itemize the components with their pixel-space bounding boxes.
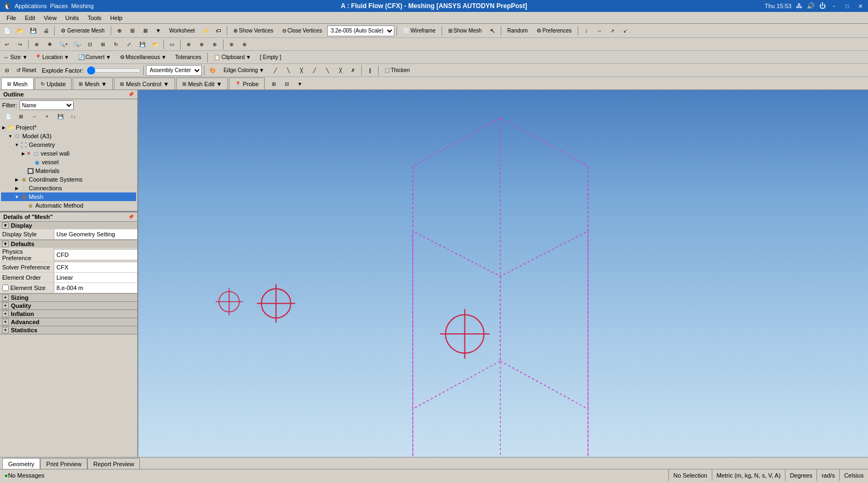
view-btn-3[interactable]: ↗: [607, 25, 618, 37]
wireframe-button[interactable]: ⬜ Wireframe: [399, 25, 439, 37]
statistics-collapse-icon[interactable]: +: [2, 327, 9, 333]
toolbar-btn-4[interactable]: 🖨: [40, 25, 52, 37]
menu-help[interactable]: Help: [106, 14, 127, 22]
display-collapse-icon[interactable]: ▼: [2, 222, 9, 229]
explode-slider[interactable]: [87, 67, 141, 74]
edge-coloring-icon-btn[interactable]: 🎨: [207, 65, 219, 76]
tree-item-vessel-wall[interactable]: ▶ ✕ ⬡ vessel wall: [1, 149, 136, 158]
expand-coord[interactable]: ▶: [14, 177, 20, 182]
cursor-btn[interactable]: ↖: [487, 25, 499, 37]
bottom-tab-report-preview[interactable]: Report Preview: [87, 458, 140, 469]
outline-tool-1[interactable]: 📄: [2, 112, 14, 121]
empty-button[interactable]: [ Empty ]: [256, 51, 285, 63]
tree-item-connections[interactable]: ▶ ⋮ Connections: [1, 184, 136, 192]
miscellaneous-button[interactable]: ⚙ Miscellaneous ▼: [116, 51, 170, 63]
menu-tools[interactable]: Tools: [83, 14, 106, 22]
location-button[interactable]: 📍 Location ▼: [31, 51, 73, 63]
bottom-tab-print-preview[interactable]: Print Preview: [40, 458, 87, 469]
menu-view[interactable]: View: [40, 14, 61, 22]
clipboard-button[interactable]: 📋 Clipboard ▼: [210, 51, 255, 63]
edge-tool-6[interactable]: ╳: [334, 65, 346, 76]
r2-btn-2[interactable]: ⊕: [196, 38, 208, 50]
applications-menu[interactable]: Applications: [15, 3, 47, 9]
reset-btn[interactable]: ↺ Reset: [14, 65, 39, 76]
preferences-button[interactable]: ⚙ Preferences: [533, 25, 576, 37]
advanced-section-header[interactable]: + Advanced: [0, 318, 137, 326]
tab-extra-3[interactable]: ▼: [294, 79, 306, 89]
quality-collapse-icon[interactable]: +: [2, 302, 9, 309]
toolbar-icon-4[interactable]: ▼: [152, 25, 164, 37]
solver-pref-value[interactable]: CFX: [54, 262, 137, 272]
bottom-tab-geometry[interactable]: Geometry: [2, 458, 40, 469]
show-vertices-button[interactable]: ⊕ Show Vertices: [229, 25, 277, 37]
expand-vessel-wall[interactable]: ▶: [21, 151, 26, 156]
view-btn-2[interactable]: ↔: [593, 25, 605, 37]
collapse-all-btn[interactable]: ⊟: [1, 65, 13, 76]
move-btn[interactable]: ⤢: [123, 38, 135, 50]
tree-item-geometry[interactable]: ▼ ⛶ Geometry: [1, 140, 136, 149]
close-vertices-button[interactable]: ⊖ Close Vertices: [278, 25, 326, 37]
rotate-btn[interactable]: ↻: [110, 38, 122, 50]
toolbar-icon-3[interactable]: ⊠: [139, 25, 151, 37]
inflation-collapse-icon[interactable]: +: [2, 311, 9, 317]
undo-button[interactable]: ↩: [1, 38, 13, 50]
zoom-out-btn[interactable]: 🔍-: [71, 38, 83, 50]
tree-item-coordinate-systems[interactable]: ▶ ⊕ Coordinate Systems: [1, 175, 136, 184]
pan-btn[interactable]: ✥: [44, 38, 56, 50]
inflation-section-header[interactable]: + Inflation: [0, 310, 137, 318]
tree-item-model[interactable]: ▼ ⬡ Model (A3): [1, 132, 136, 140]
quality-section-header[interactable]: + Quality: [0, 302, 137, 310]
tab-mesh-edit[interactable]: ⊞ Mesh Edit ▼: [176, 78, 228, 89]
element-order-value[interactable]: Linear: [54, 273, 137, 282]
defaults-collapse-icon[interactable]: ▼: [2, 241, 9, 247]
outline-tool-4[interactable]: +: [41, 112, 53, 121]
toolbar-icon-1[interactable]: ⊕: [113, 25, 125, 37]
r2-btn-5[interactable]: ⊕: [239, 38, 251, 50]
viewport[interactable]: [138, 90, 868, 457]
edge-tool-5[interactable]: ╲: [321, 65, 333, 76]
tab-mesh-2[interactable]: ⊞ Mesh ▼: [73, 78, 113, 89]
physics-pref-value[interactable]: CFD: [54, 250, 137, 260]
display-style-value[interactable]: Use Geometry Setting: [54, 229, 137, 239]
r2-btn-1[interactable]: ⊕: [183, 38, 195, 50]
toolbar-icon-6[interactable]: 🏷: [213, 25, 225, 37]
view-btn-1[interactable]: ↕: [580, 25, 592, 37]
r2-btn-4[interactable]: ⊕: [226, 38, 238, 50]
outline-tool-5[interactable]: 💾: [54, 112, 66, 121]
expand-mesh[interactable]: ▼: [14, 194, 20, 199]
display-section-header[interactable]: ▼ Display: [0, 222, 137, 229]
expand-auto-method[interactable]: [21, 203, 26, 208]
thicken-button[interactable]: ⬚ Thicken: [381, 65, 413, 76]
open-button[interactable]: 📂: [14, 25, 26, 37]
zoom-btn[interactable]: 🔍+: [57, 38, 70, 50]
redo-button[interactable]: ↪: [14, 38, 26, 50]
expand-materials[interactable]: [21, 168, 26, 173]
toolbar-icon-5[interactable]: ⚡: [200, 25, 212, 37]
outline-pin-icon[interactable]: 📌: [128, 92, 134, 97]
tolerances-button[interactable]: Tolerances: [171, 51, 205, 63]
box-sel-btn[interactable]: ▭: [166, 38, 178, 50]
menu-edit[interactable]: Edit: [21, 14, 40, 22]
load-view-btn[interactable]: 📂: [149, 38, 161, 50]
tab-extra-2[interactable]: ⊟: [281, 79, 293, 89]
expand-vessel[interactable]: [27, 159, 33, 165]
random-button[interactable]: Random: [503, 25, 532, 37]
r2-btn-3[interactable]: ⊕: [209, 38, 221, 50]
advanced-collapse-icon[interactable]: +: [2, 319, 9, 325]
tab-mesh-control[interactable]: ⊞ Mesh Control ▼: [114, 78, 175, 89]
edge-tool-7[interactable]: ✗: [347, 65, 359, 76]
maximize-button[interactable]: □: [843, 2, 852, 10]
defaults-section-header[interactable]: ▼ Defaults: [0, 240, 137, 248]
tab-update[interactable]: ↻ Update: [35, 78, 72, 89]
edge-tool-3[interactable]: ╳: [295, 65, 307, 76]
close-button[interactable]: ✕: [856, 2, 865, 10]
save-button[interactable]: 💾: [27, 25, 39, 37]
expand-project[interactable]: ▶: [1, 125, 7, 130]
expand-geometry[interactable]: ▼: [14, 142, 20, 147]
edge-tool-1[interactable]: ╱: [269, 65, 281, 76]
expand-model[interactable]: ▼: [8, 133, 13, 139]
sizing-collapse-icon[interactable]: +: [2, 294, 9, 301]
worksheet-button[interactable]: Worksheet: [165, 25, 199, 37]
size-dropdown-btn[interactable]: ↔ Size ▼: [1, 51, 30, 63]
new-button[interactable]: 📄: [1, 25, 13, 37]
